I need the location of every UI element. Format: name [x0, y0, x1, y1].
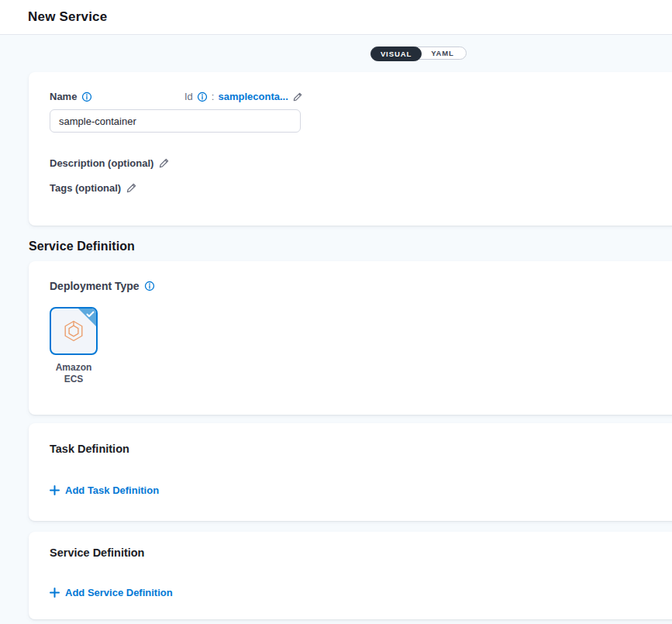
name-label-row: Name: [50, 91, 92, 102]
task-definition-heading: Task Definition: [50, 443, 129, 455]
deployment-type-label: Deployment Type: [50, 280, 140, 292]
deployment-tile-caption-line1: Amazon: [50, 362, 98, 374]
deployment-type-label-row: Deployment Type: [50, 280, 155, 292]
add-task-definition-button[interactable]: Add Task Definition: [50, 484, 159, 496]
info-icon[interactable]: [144, 281, 155, 291]
description-label: Description (optional): [50, 157, 153, 169]
plus-icon: [50, 588, 60, 598]
page-title: New Service: [28, 9, 107, 25]
service-definition-card: Service Definition Add Service Definitio…: [29, 532, 672, 619]
tags-row: Tags (optional): [50, 182, 137, 194]
id-label: Id: [184, 91, 193, 102]
service-id-link[interactable]: sampleconta...: [218, 91, 288, 102]
edit-tags-icon[interactable]: [126, 182, 137, 194]
page-header: New Service: [0, 0, 672, 35]
tags-label: Tags (optional): [50, 182, 121, 194]
task-definition-heading-row: Task Definition: [50, 443, 129, 455]
description-row: Description (optional): [50, 157, 170, 169]
id-row: Id : sampleconta...: [184, 91, 303, 102]
checkmark-icon: [86, 311, 95, 318]
toggle-visual-label: VISUAL: [381, 50, 412, 58]
toggle-option-yaml[interactable]: YAML: [419, 47, 466, 59]
service-overview-card: Name Id : sampleconta... Description (op…: [29, 72, 672, 226]
info-icon[interactable]: [81, 91, 92, 102]
plus-icon: [50, 485, 60, 495]
toggle-option-visual[interactable]: VISUAL: [370, 47, 422, 61]
info-icon[interactable]: [197, 91, 208, 102]
deployment-tile-caption-line2: ECS: [50, 374, 98, 385]
id-colon: :: [212, 91, 215, 102]
edit-id-icon[interactable]: [292, 91, 303, 102]
task-definition-card: Task Definition Add Task Definition: [29, 423, 672, 521]
edit-description-icon[interactable]: [158, 157, 170, 169]
service-definition-section-heading: Service Definition: [29, 240, 135, 253]
name-label: Name: [50, 91, 77, 102]
deployment-type-card: Deployment Type Amazon ECS: [29, 261, 672, 415]
toggle-yaml-label: YAML: [431, 49, 454, 57]
deployment-tile-caption: Amazon ECS: [50, 362, 98, 385]
service-definition-heading: Service Definition: [50, 546, 144, 559]
visual-yaml-toggle[interactable]: VISUAL YAML: [370, 47, 467, 60]
deployment-tile-amazon-ecs[interactable]: [50, 307, 98, 355]
add-service-definition-button[interactable]: Add Service Definition: [50, 587, 173, 598]
service-name-input[interactable]: [50, 109, 301, 133]
add-service-definition-label: Add Service Definition: [65, 587, 173, 598]
add-task-definition-label: Add Task Definition: [65, 484, 159, 496]
service-definition-heading-row: Service Definition: [50, 546, 144, 559]
